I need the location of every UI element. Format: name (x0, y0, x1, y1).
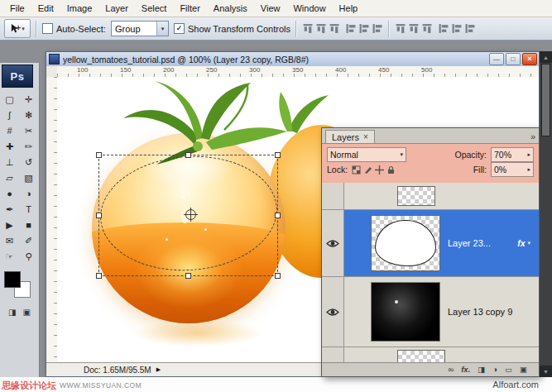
menu-image[interactable]: Image (60, 1, 99, 16)
blur-tool[interactable]: ● (7, 189, 12, 198)
visibility-toggle[interactable] (322, 347, 344, 363)
lock-pixels-icon[interactable] (363, 165, 372, 174)
notes-tool[interactable]: ✉ (6, 237, 13, 246)
lock-position-icon[interactable] (375, 165, 384, 174)
dodge-tool[interactable]: ◑ (26, 189, 31, 198)
shape-tool[interactable]: ■ (26, 221, 31, 230)
magic-wand-tool[interactable]: ✻ (25, 111, 32, 120)
page-scrollbar[interactable]: ▲ ▼ (540, 51, 552, 377)
blend-mode-dropdown[interactable]: Normal ▾ (327, 147, 406, 162)
align-right-edges-icon[interactable] (372, 23, 383, 34)
opacity-field[interactable]: 70% ▸ (491, 147, 534, 162)
add-layer-style-icon[interactable]: fx. (461, 366, 470, 374)
pen-tool[interactable]: ✒ (6, 205, 13, 214)
layer-row-partial-top[interactable] (322, 183, 539, 210)
transform-handle[interactable] (275, 213, 281, 218)
transform-handle[interactable] (275, 152, 281, 158)
layer-name[interactable]: Layer 13 copy 9 (448, 307, 512, 317)
distribute-right-edges-icon[interactable] (464, 23, 476, 34)
distribute-vertical-centers-icon[interactable] (409, 23, 420, 35)
visibility-toggle[interactable] (322, 277, 344, 347)
distribute-left-edges-icon[interactable] (438, 23, 449, 34)
transform-handle[interactable] (185, 152, 191, 158)
layer-thumbnail[interactable] (397, 350, 445, 363)
scroll-down-icon[interactable]: ▼ (540, 366, 552, 377)
foreground-color-swatch[interactable] (4, 271, 21, 288)
lasso-tool[interactable]: ʃ (8, 111, 10, 120)
transform-handle[interactable] (96, 213, 102, 218)
show-transform-controls-checkbox[interactable]: ✓ Show Transform Controls (174, 23, 290, 34)
layer-row[interactable]: Layer 13 copy 9 (322, 277, 539, 347)
menu-analysis[interactable]: Analysis (207, 1, 254, 16)
layer-thumbnail[interactable] (371, 282, 440, 342)
distribute-bottom-edges-icon[interactable] (422, 23, 433, 35)
scroll-up-icon[interactable]: ▲ (540, 51, 552, 63)
distribute-top-edges-icon[interactable] (396, 23, 406, 35)
layer-thumbnail[interactable] (397, 186, 435, 206)
menu-layer[interactable]: Layer (98, 1, 135, 16)
menu-view[interactable]: View (254, 1, 287, 16)
gradient-tool[interactable]: ▧ (24, 174, 32, 183)
menu-help[interactable]: Help (333, 1, 365, 16)
scrollbar-thumb[interactable] (541, 64, 550, 136)
lock-all-icon[interactable] (386, 165, 396, 174)
adjustment-layer-icon[interactable]: ◑ (492, 366, 497, 374)
transform-handle[interactable] (96, 273, 102, 279)
menu-filter[interactable]: Filter (173, 1, 206, 16)
menu-select[interactable]: Select (135, 1, 174, 16)
lock-transparency-icon[interactable] (352, 165, 361, 174)
quick-mask-icon[interactable]: ◨ (8, 308, 16, 317)
align-top-edges-icon[interactable] (303, 23, 314, 35)
transform-reference-point[interactable] (185, 209, 196, 220)
layer-style-badge[interactable]: fx ▾ (517, 238, 530, 248)
history-brush-tool[interactable]: ↺ (25, 158, 32, 167)
auto-select-scope-dropdown[interactable]: Group ▾ (111, 21, 169, 36)
align-horizontal-centers-icon[interactable] (358, 23, 370, 34)
layer-name[interactable]: Layer 23... (448, 238, 491, 248)
layer-row-selected[interactable]: Layer 23... fx ▾ (322, 210, 539, 277)
path-selection-tool[interactable]: ▶ (6, 221, 12, 230)
transform-handle[interactable] (96, 152, 102, 158)
screen-mode-icon[interactable]: ▣ (23, 308, 31, 317)
add-layer-mask-icon[interactable]: ◨ (478, 366, 485, 374)
align-bottom-edges-icon[interactable] (329, 23, 340, 35)
layer-row-partial-bottom[interactable] (322, 347, 539, 363)
status-menu-arrow-icon[interactable]: ▶ (156, 366, 161, 373)
slice-tool[interactable]: ✂ (25, 127, 32, 136)
close-button[interactable]: × (522, 53, 537, 65)
eyedropper-tool[interactable]: ✐ (25, 237, 32, 246)
auto-select-checkbox[interactable]: Auto-Select: (42, 23, 106, 34)
transform-handle[interactable] (185, 273, 191, 279)
panel-collapse-icon[interactable]: » (530, 131, 535, 143)
new-group-icon[interactable]: ▭ (505, 366, 512, 374)
fill-field[interactable]: 0% ▸ (491, 162, 534, 177)
menu-window[interactable]: Window (286, 1, 332, 16)
align-left-edges-icon[interactable] (345, 23, 357, 34)
document-title-bar[interactable]: yellow_tomatoes_tutorial.psd @ 100% (Lay… (46, 52, 539, 67)
move-tool[interactable]: ✛ (25, 95, 32, 104)
healing-brush-tool[interactable]: ✚ (6, 142, 13, 151)
type-tool[interactable]: T (26, 205, 31, 214)
layer-thumbnail[interactable] (371, 215, 440, 271)
visibility-toggle[interactable] (322, 210, 344, 276)
menu-file[interactable]: File (3, 1, 31, 16)
new-layer-icon[interactable]: ▣ (520, 366, 527, 374)
visibility-toggle[interactable] (322, 183, 344, 209)
brush-tool[interactable]: ✏ (25, 142, 32, 151)
crop-tool[interactable]: # (7, 127, 12, 136)
scrollbar-track[interactable] (540, 137, 552, 366)
horizontal-ruler[interactable]: 100 150 200 250 300 350 400 450 500 (57, 66, 539, 78)
link-layers-icon[interactable]: ∞ (448, 366, 454, 374)
vertical-ruler[interactable] (46, 77, 58, 363)
minimize-button[interactable]: — (489, 53, 504, 65)
menu-edit[interactable]: Edit (31, 1, 60, 16)
transform-handle[interactable] (275, 273, 281, 279)
rectangular-marquee-tool[interactable]: ▢ (5, 95, 13, 104)
eraser-tool[interactable]: ▱ (6, 174, 12, 183)
align-vertical-centers-icon[interactable] (316, 23, 327, 35)
tab-close-icon[interactable]: × (363, 132, 368, 141)
maximize-button[interactable]: □ (506, 53, 521, 65)
hand-tool[interactable]: ☞ (6, 252, 14, 261)
tool-preset-button[interactable]: ▾ (4, 19, 31, 38)
tab-layers[interactable]: Layers × (325, 130, 375, 143)
